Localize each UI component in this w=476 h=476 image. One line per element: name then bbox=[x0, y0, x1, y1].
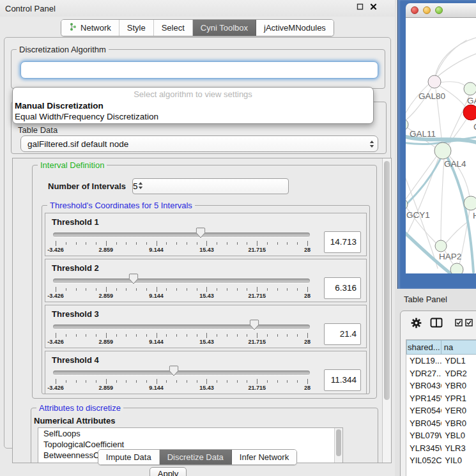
threshold-value-input[interactable]: 6.316 bbox=[324, 277, 361, 299]
tick-label: 15.43 bbox=[199, 339, 214, 345]
tick-mark bbox=[166, 334, 167, 337]
tab-network[interactable]: Network bbox=[61, 20, 119, 36]
threshold-value-input[interactable]: 14.713 bbox=[324, 231, 361, 253]
threshold-slider[interactable]: -3.4262.8599.14415.4321.71528 bbox=[50, 227, 316, 257]
tick-mark bbox=[257, 287, 257, 292]
table-row[interactable]: YBR045CYBR0 bbox=[406, 417, 476, 430]
tick-mark bbox=[126, 334, 127, 337]
column-header-shared[interactable]: shared... bbox=[406, 340, 441, 355]
table-cell: YDR27... bbox=[406, 367, 441, 380]
tab-impute-data[interactable]: Impute Data bbox=[98, 450, 160, 464]
tab-style[interactable]: Style bbox=[119, 20, 154, 36]
tab-cyni-toolbox[interactable]: Cyni Toolbox bbox=[193, 20, 256, 36]
table-row[interactable]: YLR345WYLR3 bbox=[406, 442, 476, 455]
network-node-label: GAL4 bbox=[444, 159, 466, 169]
slider-track[interactable] bbox=[53, 371, 310, 375]
threshold-slider[interactable]: -3.4262.8599.14415.4321.71528 bbox=[50, 273, 316, 303]
network-edge[interactable] bbox=[441, 82, 465, 86]
algorithm-option-equal-width-frequency-discretization[interactable]: Equal Width/Frequency Discretization bbox=[13, 111, 373, 122]
tick-mark bbox=[247, 334, 247, 337]
mac-close-button[interactable] bbox=[411, 6, 418, 14]
slider-thumb[interactable] bbox=[250, 319, 259, 330]
tab-infer-network[interactable]: Infer Network bbox=[232, 450, 296, 464]
settings-vertical-scrollbar[interactable] bbox=[382, 158, 391, 463]
right-pane: GAL80GALCGAL11GAL4GCY1HHAP2 Table Panel bbox=[395, 0, 476, 476]
mac-zoom-button[interactable] bbox=[435, 6, 443, 14]
tick-mark bbox=[247, 288, 247, 291]
table-row[interactable]: YBL079WYBL0 bbox=[406, 429, 476, 442]
attribute-item-topologicalcoefficient[interactable]: TopologicalCoefficient bbox=[38, 439, 342, 450]
threshold-slider[interactable]: -3.4262.8599.14415.4321.71528 bbox=[50, 319, 316, 349]
apply-button[interactable]: Apply bbox=[150, 467, 187, 476]
attribute-item-selfloops[interactable]: SelfLoops bbox=[38, 428, 342, 439]
close-icon[interactable] bbox=[370, 3, 377, 10]
table-cell: YBR043C bbox=[406, 380, 441, 392]
tick-mark bbox=[96, 242, 96, 245]
network-node-label: C bbox=[473, 122, 476, 132]
top-tab-bar: NetworkStyleSelectCyni ToolboxjActiveMNo… bbox=[61, 19, 334, 36]
table-row[interactable]: YER054CYER0 bbox=[406, 404, 476, 417]
table-row[interactable]: YDL19...YDL1 bbox=[406, 355, 476, 367]
column-header-na[interactable]: na bbox=[441, 340, 476, 355]
algorithm-option-manual-discretization[interactable]: Manual Discretization bbox=[13, 100, 373, 111]
table-row[interactable]: YIL052CYIL0 bbox=[406, 454, 476, 467]
slider-track[interactable] bbox=[53, 279, 310, 283]
tab-jactivemnodules[interactable]: jActiveMNodules bbox=[256, 20, 334, 36]
checkbox-icon[interactable] bbox=[455, 319, 463, 326]
checkbox-icon[interactable] bbox=[465, 319, 473, 326]
network-edge[interactable] bbox=[435, 37, 476, 77]
network-node-hap2[interactable] bbox=[435, 240, 447, 252]
table-row[interactable]: YBR043CYBR0 bbox=[406, 380, 476, 392]
network-node-gal[interactable] bbox=[464, 82, 476, 95]
slider-track[interactable] bbox=[53, 325, 310, 329]
discretization-algorithm-group: Discretization Algorithm bbox=[11, 49, 385, 89]
gear-icon[interactable] bbox=[411, 318, 422, 328]
table-data-combobox[interactable]: galFiltered.sif default node bbox=[20, 135, 378, 152]
network-node-label: GAL80 bbox=[418, 91, 445, 101]
slider-thumb[interactable] bbox=[196, 227, 206, 238]
network-node-gal4[interactable] bbox=[434, 142, 451, 159]
network-edge[interactable] bbox=[441, 159, 444, 240]
thresholds-group: Threshold's Coordinates for 5 Intervals … bbox=[42, 205, 370, 394]
threshold-value-input[interactable]: 21.4 bbox=[324, 323, 361, 345]
network-view[interactable]: GAL80GALCGAL11GAL4GCY1HHAP2 bbox=[406, 18, 476, 273]
tick-label: 21.715 bbox=[248, 247, 266, 253]
table-row[interactable]: YPR145WYPR1 bbox=[406, 392, 476, 405]
slider-track[interactable] bbox=[53, 233, 310, 237]
control-panel: Control Panel NetworkStyleSelectCyni Too… bbox=[0, 0, 395, 476]
tick-mark bbox=[197, 380, 197, 383]
threshold-value-input[interactable]: 11.344 bbox=[324, 369, 361, 391]
tick-mark bbox=[187, 288, 187, 291]
network-edge[interactable] bbox=[446, 222, 467, 243]
table-cell: YPR145W bbox=[406, 392, 441, 405]
tick-mark bbox=[277, 288, 278, 291]
threshold-slider[interactable]: -3.4262.8599.14415.4321.71528 bbox=[50, 365, 316, 395]
tab-discretize-data[interactable]: Discretize Data bbox=[160, 450, 232, 464]
slider-thumb[interactable] bbox=[129, 273, 139, 284]
algorithm-combobox[interactable] bbox=[20, 61, 378, 79]
split-pane-icon[interactable] bbox=[430, 318, 443, 328]
network-edge[interactable] bbox=[406, 157, 436, 203]
table-cell: YBR0 bbox=[441, 380, 476, 392]
network-node-c[interactable] bbox=[463, 105, 476, 120]
float-window-icon[interactable] bbox=[357, 3, 364, 10]
network-edge[interactable] bbox=[435, 40, 466, 77]
slider-ticks bbox=[56, 333, 307, 338]
tick-mark bbox=[187, 380, 187, 383]
threshold-panel-threshold-4: Threshold 4-3.4262.8599.14415.4321.71528… bbox=[45, 351, 367, 394]
network-node-gal80[interactable] bbox=[428, 75, 441, 88]
table-row[interactable]: YDR27...YDR2 bbox=[406, 367, 476, 380]
slider-ticks bbox=[56, 287, 307, 292]
network-node-h[interactable] bbox=[464, 196, 476, 210]
number-of-intervals-combobox[interactable]: 5 bbox=[132, 178, 289, 194]
tab-select[interactable]: Select bbox=[154, 20, 193, 36]
settings-scrollpane: Interval Definition Number of Intervals … bbox=[12, 158, 392, 463]
network-node-gal11[interactable] bbox=[406, 119, 408, 130]
tick-mark bbox=[206, 241, 207, 246]
tick-mark bbox=[227, 380, 227, 383]
mac-minimize-button[interactable] bbox=[423, 6, 431, 14]
tick-mark bbox=[116, 334, 117, 337]
network-node-unlabeled[interactable] bbox=[450, 263, 463, 273]
tab-label: Select bbox=[162, 23, 185, 33]
slider-thumb[interactable] bbox=[169, 365, 179, 376]
